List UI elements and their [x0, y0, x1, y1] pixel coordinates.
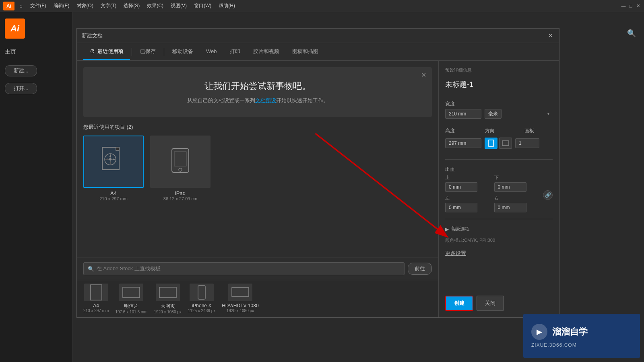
- sidebar: Ai 主页 新建... 打开...: [0, 12, 72, 362]
- svg-marker-6: [109, 162, 111, 165]
- new-document-button[interactable]: 新建...: [5, 65, 37, 76]
- title-bar: Ai ⌂ 文件(F) 编辑(E) 对象(O) 文字(T) 选择(S) 效果(C)…: [0, 0, 644, 12]
- unit-select-wrapper: 毫米 像素 英寸: [485, 109, 553, 119]
- landscape-button[interactable]: [499, 138, 512, 149]
- svg-marker-5: [109, 154, 111, 157]
- advanced-options-toggle[interactable]: ▶ 高级选项: [445, 226, 553, 232]
- presets-row: A4 210 x 297 mm 明信片 197.6 x 101.6 mm: [77, 280, 438, 317]
- watermark-overlay: ▶ 溜溜自学 ZIXUE.3D66.COM: [523, 314, 640, 358]
- preset-web[interactable]: 大网页 1920 x 1080 px: [154, 284, 181, 314]
- preset-postcard[interactable]: 明信片 197.6 x 101.6 mm: [115, 284, 147, 314]
- bleed-label: 出血: [445, 166, 553, 173]
- welcome-title: 让我们开始尝试新事物吧。: [91, 80, 424, 92]
- unit-select[interactable]: 毫米 像素 英寸: [485, 109, 502, 119]
- doc-presets-link[interactable]: 文档预设: [255, 97, 276, 103]
- template-search-placeholder: 在 Adobe Stock 上查找模板: [97, 265, 161, 272]
- create-button[interactable]: 创建: [445, 296, 473, 311]
- welcome-description: 从您自己的文档设置或一系列文档预设开始以快速开始工作。: [91, 97, 424, 104]
- menu-help[interactable]: 帮助(H): [215, 2, 238, 10]
- tab-print[interactable]: 打印: [223, 44, 247, 60]
- dialog-close-button[interactable]: ✕: [546, 32, 554, 40]
- template-search-input-wrapper[interactable]: 🔍 在 Adobe Stock 上查找模板: [83, 262, 405, 275]
- close-dialog-button[interactable]: 关闭: [477, 296, 504, 311]
- preset-iphone[interactable]: iPhone X 1125 x 2436 px: [188, 284, 215, 314]
- close-window-button[interactable]: ✕: [635, 3, 641, 9]
- preset-a4[interactable]: A4 210 x 297 mm: [83, 284, 109, 314]
- bleed-left-item: 左: [445, 195, 491, 212]
- dialog-left-panel: ✕ 让我们开始尝试新事物吧。 从您自己的文档设置或一系列文档预设开始以快速开始工…: [77, 61, 438, 317]
- bleed-top-input[interactable]: [445, 182, 477, 192]
- recent-items-list: A4 210 x 297 mm: [83, 136, 432, 201]
- recent-item-ipad[interactable]: iPad 36.12 x 27.09 cm: [150, 136, 211, 201]
- tab-saved[interactable]: 已保存: [134, 44, 162, 60]
- portrait-button[interactable]: [485, 138, 497, 149]
- menu-text[interactable]: 文字(T): [97, 2, 120, 10]
- bleed-top-label: 上: [445, 175, 491, 181]
- bleed-left-label: 左: [445, 195, 491, 201]
- bleed-bottom-item: 下: [494, 175, 540, 192]
- maximize-button[interactable]: □: [628, 3, 634, 9]
- bleed-link-icon[interactable]: 🔗: [543, 190, 553, 200]
- height-orientation-input-row: [445, 138, 553, 149]
- welcome-desc-before: 从您自己的文档设置或一系列: [187, 97, 255, 103]
- pages-input[interactable]: [515, 138, 539, 148]
- template-search-button[interactable]: 前往: [408, 263, 432, 275]
- bleed-right-input[interactable]: [494, 203, 526, 212]
- a4-document-icon: [101, 146, 126, 177]
- menu-select[interactable]: 选择(S): [120, 2, 143, 10]
- tab-illustration-label: 图稿和插图: [292, 48, 318, 55]
- more-settings-link[interactable]: 更多设置: [445, 250, 553, 257]
- search-icon[interactable]: 🔍: [627, 29, 636, 38]
- preset-iphone-size: 1125 x 2436 px: [188, 309, 215, 313]
- menu-object[interactable]: 对象(O): [74, 2, 97, 10]
- sidebar-home-label: 主页: [5, 48, 16, 56]
- recent-header: 您最近使用的项目 (2): [83, 123, 432, 131]
- preset-web-size: 1920 x 1080 px: [154, 310, 181, 314]
- menu-window[interactable]: 窗口(W): [191, 2, 215, 10]
- svg-rect-11: [174, 152, 186, 166]
- preset-a4-label: A4: [83, 303, 109, 309]
- preset-postcard-size: 197.6 x 101.6 mm: [115, 310, 147, 314]
- tab-recent[interactable]: ⏱ 最近使用项: [83, 44, 130, 60]
- tab-mobile-label: 移动设备: [172, 48, 193, 55]
- advanced-chevron-icon: ▶: [445, 226, 449, 232]
- bleed-top-item: 上: [445, 175, 491, 192]
- menu-view[interactable]: 视图(V): [167, 2, 190, 10]
- dialog-tabs: ⏱ 最近使用项 已保存 移动设备 Web 打印 胶片和视频: [77, 43, 559, 61]
- height-input[interactable]: [445, 138, 481, 148]
- tab-mobile[interactable]: 移动设备: [166, 44, 200, 60]
- svg-rect-18: [502, 141, 509, 146]
- minimize-button[interactable]: —: [621, 3, 626, 9]
- menu-effect[interactable]: 效果(C): [144, 2, 167, 10]
- document-title[interactable]: 未标题-1: [445, 80, 553, 89]
- preset-web-thumb: [156, 284, 180, 301]
- welcome-close-button[interactable]: ✕: [421, 71, 426, 79]
- bleed-bottom-input[interactable]: [494, 182, 526, 192]
- dialog-title: 新建文档: [82, 32, 103, 39]
- tab-web[interactable]: Web: [200, 44, 223, 59]
- tab-web-label: Web: [206, 48, 217, 54]
- preset-hdtv[interactable]: HDV/HDTV 1080 1920 x 1080 px: [222, 284, 258, 314]
- welcome-desc-after: 开始以快速开始工作。: [276, 97, 328, 103]
- menu-file[interactable]: 文件(F): [27, 2, 49, 10]
- preset-iphone-label: iPhone X: [188, 303, 215, 309]
- template-search-bar: 🔍 在 Adobe Stock 上查找模板 前往: [77, 257, 438, 280]
- watermark-title: 溜溜自学: [552, 326, 588, 338]
- recent-item-a4[interactable]: A4 210 x 297 mm: [83, 136, 144, 201]
- dialog-right-panel: 预设详细信息 未标题-1 宽度 毫米 像素 英寸: [438, 61, 559, 317]
- tab-film[interactable]: 胶片和视频: [247, 44, 286, 60]
- open-document-button[interactable]: 打开...: [5, 83, 37, 94]
- menu-edit[interactable]: 编辑(E): [50, 2, 73, 10]
- recent-item-ipad-thumb: [150, 136, 211, 188]
- width-input[interactable]: [445, 109, 481, 119]
- app-logo-small: Ai: [3, 2, 14, 10]
- preset-postcard-thumb: [119, 284, 143, 301]
- watermark-subtitle: ZIXUE.3D66.COM: [531, 342, 632, 348]
- tab-print-label: 打印: [230, 48, 240, 55]
- svg-rect-17: [489, 140, 493, 146]
- tab-illustration[interactable]: 图稿和插图: [286, 44, 325, 60]
- bleed-left-input[interactable]: [445, 203, 477, 212]
- bleed-right-label: 右: [494, 195, 540, 201]
- recent-item-ipad-size: 36.12 x 27.09 cm: [163, 196, 197, 201]
- section-divider-1: [445, 159, 553, 160]
